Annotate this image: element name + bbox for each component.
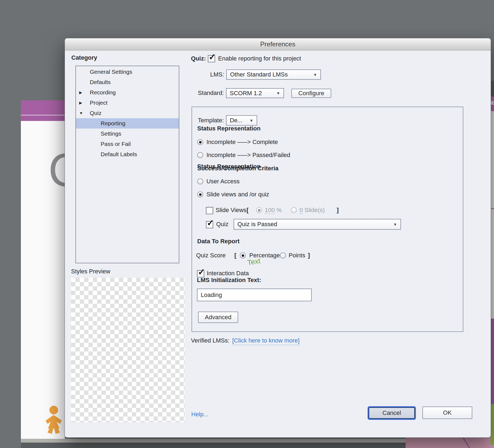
template-dropdown[interactable]: De... ▼	[226, 115, 257, 126]
slide-views-label[interactable]: Slide Views	[216, 206, 246, 214]
quiz-score-label: Quiz Score	[196, 251, 226, 260]
configure-button[interactable]: Configure	[291, 89, 331, 98]
enable-reporting-checkbox[interactable]: ✓	[208, 55, 215, 62]
category-item-quiz[interactable]: ▼ Quiz	[76, 108, 179, 118]
close-bracket: ]	[308, 251, 310, 260]
slide-views-percent-radio[interactable]	[256, 207, 262, 213]
quiz-checkbox-label[interactable]: Quiz	[216, 220, 228, 228]
advanced-button[interactable]: Advanced	[198, 312, 238, 323]
lms-dropdown[interactable]: Other Standard LMSs ▼	[226, 69, 321, 80]
dialog-title: Preferences	[260, 40, 295, 48]
status-representation-heading: Status Representation	[197, 125, 261, 132]
quiz-score-row: Quiz Score [ Percentage Points ]	[196, 251, 348, 260]
dialog-titlebar: Preferences	[65, 38, 491, 50]
slide-views-count-radio[interactable]	[291, 207, 297, 213]
standard-dropdown[interactable]: SCORM 1.2 ▼	[226, 88, 284, 98]
category-item-defaults[interactable]: Defaults	[76, 77, 179, 87]
slide-views-quiz-label[interactable]: Slide views and /or quiz	[206, 191, 269, 198]
category-item-recording[interactable]: ▶ Recording	[76, 87, 179, 98]
lms-label: LMS:	[191, 71, 224, 78]
lms-dropdown-value: Other Standard LMSs	[227, 71, 288, 78]
enable-reporting-label: Enable reporting for this project	[218, 55, 301, 63]
category-item-default-labels[interactable]: Default Labels	[76, 149, 179, 159]
preferences-dialog: Preferences Category General Settings De…	[65, 38, 491, 438]
category-listbox[interactable]: General Settings Defaults ▶ Recording ▶ …	[75, 66, 179, 263]
user-access-radio[interactable]	[197, 178, 203, 184]
lms-init-heading: LMS Initialization Text:	[197, 276, 261, 284]
check-icon: ✓	[198, 268, 205, 276]
criteria-heading: Success/Completion Criteria	[197, 165, 279, 172]
standard-dropdown-value: SCORM 1.2	[227, 90, 262, 97]
status-passedfailed-radio[interactable]	[197, 152, 203, 158]
chevron-down-icon: ▼	[249, 118, 257, 123]
points-radio[interactable]	[280, 252, 286, 258]
check-icon: ✓	[209, 53, 216, 61]
chevron-down-icon: ▼	[313, 72, 320, 77]
points-label[interactable]: Points	[289, 251, 305, 260]
desktop: C it Preferences	[0, 0, 494, 448]
slide-views-count-value[interactable]: 0 Slide(s)	[299, 206, 325, 214]
open-bracket: [	[247, 206, 248, 214]
percentage-radio[interactable]	[240, 252, 246, 258]
background-window: C	[21, 100, 65, 439]
background-purple-banner	[21, 100, 65, 121]
template-label: Template:	[195, 117, 224, 124]
slide-views-quiz-radio[interactable]	[197, 191, 203, 197]
chevron-down-icon: ▼	[393, 222, 400, 227]
help-link[interactable]: Help...	[191, 411, 209, 418]
person-figure-icon	[43, 406, 64, 435]
slide-views-checkbox[interactable]	[206, 207, 213, 214]
background-window-shadow-band	[21, 443, 406, 448]
slide-views-percent-value[interactable]: 100 %	[265, 206, 282, 214]
chevron-down-icon: ▼	[276, 91, 283, 95]
category-item-general-settings[interactable]: General Settings	[76, 67, 179, 77]
status-passedfailed-label[interactable]: Incomplete –––> Passed/Failed	[206, 151, 290, 159]
user-access-label[interactable]: User Access	[206, 178, 240, 185]
quiz-checkbox[interactable]: ✓	[206, 221, 213, 228]
tree-collapsed-icon[interactable]: ▶	[79, 98, 82, 108]
verified-lms-label: Verified LMSs:	[191, 337, 230, 344]
cancel-button[interactable]: Cancel	[369, 407, 415, 419]
quiz-condition-dropdown[interactable]: Quiz is Passed ▼	[234, 219, 401, 230]
close-bracket: ]	[337, 206, 339, 214]
ok-button[interactable]: OK	[422, 407, 472, 419]
open-bracket: [	[234, 251, 236, 260]
check-icon: ✓	[207, 219, 214, 227]
enable-reporting-row: Quiz: ✓ Enable reporting for this projec…	[191, 55, 381, 63]
category-item-reporting[interactable]: Reporting	[76, 118, 179, 129]
background-pink-area	[406, 436, 494, 448]
category-item-project[interactable]: ▶ Project	[76, 98, 179, 108]
tree-collapsed-icon[interactable]: ▶	[79, 87, 82, 98]
lms-init-input[interactable]	[197, 289, 312, 301]
standard-label: Standard:	[190, 89, 224, 97]
data-to-report-heading: Data To Report	[197, 238, 240, 245]
category-heading: Category	[71, 54, 97, 62]
styles-preview-label: Styles Preview	[71, 268, 110, 275]
styles-preview-pane	[71, 278, 185, 422]
tree-expanded-icon[interactable]: ▼	[79, 108, 83, 118]
verified-lms-link[interactable]: [Click here to know more]	[232, 337, 299, 345]
category-item-settings[interactable]: Settings	[76, 129, 179, 139]
quiz-condition-value: Quiz is Passed	[234, 221, 277, 228]
background-window-bottom-frame	[21, 439, 406, 443]
slide-views-row: Slide Views [ 100 % 0 Slide(s) ]	[197, 206, 360, 214]
quiz-label: Quiz:	[191, 55, 206, 63]
status-complete-label[interactable]: Incomplete –––> Complete	[206, 138, 278, 146]
template-dropdown-value: De...	[227, 117, 242, 124]
interaction-data-label[interactable]: Interaction Data	[207, 270, 249, 277]
category-item-pass-or-fail[interactable]: Pass or Fail	[76, 139, 179, 149]
status-complete-radio[interactable]	[197, 139, 203, 145]
